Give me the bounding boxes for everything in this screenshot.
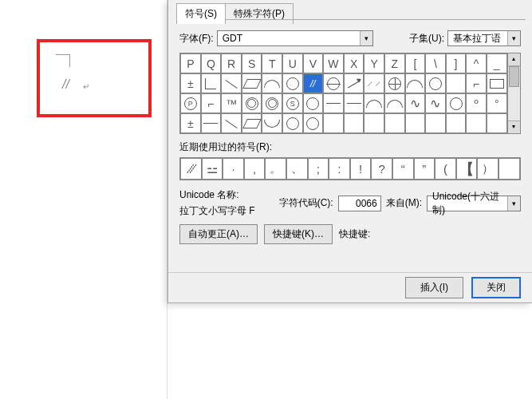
symbol-cell[interactable] (242, 93, 262, 113)
symbol-cell[interactable] (323, 93, 344, 113)
symbol-cell[interactable]: \ (425, 53, 446, 73)
symbol-cell[interactable] (344, 113, 365, 133)
symbol-cell[interactable] (364, 113, 384, 133)
recent-symbol-cell[interactable]: · (223, 158, 244, 180)
symbol-cell[interactable]: U (282, 53, 303, 73)
symbol-cell[interactable]: ∿ (425, 93, 446, 113)
symbol-cell[interactable] (405, 73, 426, 93)
tab-special-chars[interactable]: 特殊字符(P) (225, 3, 294, 24)
symbol-cell[interactable] (303, 113, 324, 133)
recent-symbol-cell[interactable]: ⫽ (180, 158, 202, 180)
symbol-cell[interactable]: ± (180, 73, 201, 93)
char-code-label: 字符代码(C): (279, 196, 333, 210)
symbol-cell[interactable] (487, 113, 507, 133)
symbol-cell[interactable] (425, 73, 446, 93)
symbol-cell[interactable]: S (242, 53, 262, 73)
symbol-cell[interactable]: Z (384, 53, 405, 73)
symbol-cell[interactable] (384, 73, 405, 93)
symbol-cell[interactable] (303, 93, 324, 113)
from-select-value: Unicode(十六进制) (428, 190, 507, 217)
symbol-cell[interactable] (344, 93, 365, 113)
symbol-cell[interactable]: P (180, 53, 201, 73)
symbol-cell[interactable]: // (303, 73, 324, 93)
symbol-cell[interactable] (262, 73, 282, 93)
recent-symbol-cell[interactable]: ） (477, 158, 499, 180)
recent-symbol-cell[interactable]: ; (308, 158, 329, 180)
scroll-down-icon[interactable]: ▾ (508, 120, 520, 133)
symbol-cell[interactable]: V (303, 53, 324, 73)
grid-scrollbar[interactable]: ▴ ▾ (508, 53, 521, 134)
symbol-cell[interactable]: ⟋⟋ (364, 73, 384, 93)
recent-symbol-cell[interactable]: , (244, 158, 266, 180)
symbol-cell[interactable]: Q (201, 53, 222, 73)
scroll-track[interactable] (508, 66, 520, 120)
symbol-cell[interactable] (446, 113, 467, 133)
char-code-input[interactable] (338, 196, 381, 211)
symbol-cell[interactable] (344, 73, 365, 93)
symbol-cell[interactable]: ° (487, 93, 507, 113)
symbol-cell[interactable]: ^ (466, 53, 487, 73)
symbol-cell[interactable] (262, 93, 282, 113)
from-select[interactable]: Unicode(十六进制) ▾ (427, 196, 521, 211)
recent-symbol-cell[interactable]: ? (371, 158, 392, 180)
symbol-cell[interactable]: ] (446, 53, 467, 73)
symbol-cell[interactable] (282, 73, 303, 93)
insert-button[interactable]: 插入(I) (405, 277, 463, 298)
recent-symbol-cell[interactable]: ⚍ (202, 158, 223, 180)
symbol-cell[interactable]: T (262, 53, 282, 73)
symbol-cell[interactable]: W (323, 53, 344, 73)
symbol-cell[interactable] (405, 113, 426, 133)
symbol-cell[interactable] (221, 113, 242, 133)
recent-symbol-cell[interactable]: ” (414, 158, 435, 180)
shortcut-button[interactable]: 快捷键(K)… (264, 224, 333, 244)
subset-select[interactable]: 基本拉丁语 ▾ (447, 30, 521, 46)
recent-symbol-cell[interactable]: 。 (265, 158, 286, 180)
symbol-cell[interactable] (487, 73, 507, 93)
return-mark: ↵ (83, 82, 89, 91)
symbol-cell[interactable]: S (282, 93, 303, 113)
close-button[interactable]: 关闭 (471, 277, 521, 298)
symbol-cell[interactable] (242, 73, 262, 93)
scroll-up-icon[interactable]: ▴ (508, 53, 520, 66)
symbol-cell[interactable]: ™ (221, 93, 242, 113)
symbol-cell[interactable] (323, 73, 344, 93)
symbol-cell[interactable]: R (221, 53, 242, 73)
symbol-cell[interactable] (242, 113, 262, 133)
recent-symbol-cell[interactable]: 、 (286, 158, 308, 180)
symbol-cell[interactable] (201, 113, 222, 133)
symbol-cell[interactable]: ⌐ (466, 73, 487, 93)
symbol-cell[interactable]: ± (180, 113, 201, 133)
symbol-cell[interactable]: P (180, 93, 201, 113)
symbol-cell[interactable] (221, 73, 242, 93)
symbol-cell[interactable] (384, 113, 405, 133)
symbol-cell[interactable] (262, 113, 282, 133)
symbol-cell[interactable]: [ (405, 53, 426, 73)
symbol-cell[interactable] (446, 73, 467, 93)
symbol-cell[interactable] (323, 113, 344, 133)
symbol-cell[interactable] (364, 93, 384, 113)
corner-mark (56, 54, 70, 67)
symbol-cell[interactable]: X (344, 53, 365, 73)
recent-symbol-cell[interactable] (499, 158, 520, 180)
chevron-down-icon: ▾ (507, 31, 520, 45)
symbol-cell[interactable]: ⌐ (201, 93, 222, 113)
symbol-cell[interactable]: Y (364, 53, 384, 73)
symbol-cell[interactable]: _ (487, 53, 507, 73)
tab-symbols[interactable]: 符号(S) (176, 3, 226, 24)
recent-symbol-cell[interactable]: : (329, 158, 350, 180)
scroll-thumb[interactable] (509, 66, 519, 87)
recent-symbol-cell[interactable]: “ (392, 158, 414, 180)
symbol-cell[interactable]: º (466, 93, 487, 113)
recent-symbol-cell[interactable]: 【 (456, 158, 478, 180)
recent-symbol-cell[interactable]: ! (350, 158, 372, 180)
symbol-cell[interactable]: ∿ (405, 93, 426, 113)
autocorrect-button[interactable]: 自动更正(A)… (179, 224, 258, 244)
symbol-cell[interactable] (466, 113, 487, 133)
symbol-cell[interactable] (425, 113, 446, 133)
recent-symbol-cell[interactable]: ( (435, 158, 456, 180)
symbol-cell[interactable] (446, 93, 467, 113)
symbol-cell[interactable] (384, 93, 405, 113)
symbol-cell[interactable] (201, 73, 222, 93)
symbol-cell[interactable] (282, 113, 303, 133)
font-select[interactable]: GDT ▾ (217, 30, 373, 46)
